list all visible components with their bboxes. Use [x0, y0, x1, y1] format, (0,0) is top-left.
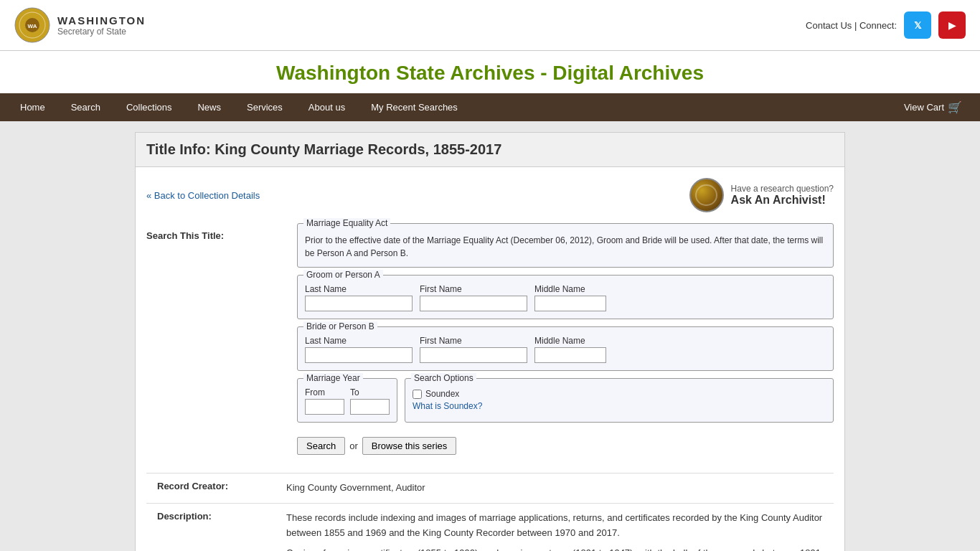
record-creator-value: King County Government, Auditor [275, 474, 834, 504]
bride-fields: Last Name First Name Middle Name [305, 336, 826, 363]
bride-first-name-input[interactable] [420, 347, 527, 363]
archivist-prompt: Have a research question? [731, 184, 834, 194]
site-title: Washington State Archives - Digital Arch… [0, 62, 980, 85]
nav-home[interactable]: Home [7, 95, 58, 120]
view-cart[interactable]: View Cart 🛒 [893, 93, 973, 121]
year-options-row: Marriage Year From To [297, 378, 834, 430]
description-label: Description: [146, 503, 275, 551]
bride-last-name-label: Last Name [305, 336, 413, 346]
search-options-legend: Search Options [411, 373, 476, 383]
year-from-input[interactable] [305, 399, 344, 415]
bride-first-name-label: First Name [420, 336, 527, 346]
groom-last-name-input[interactable] [305, 296, 413, 311]
search-button[interactable]: Search [297, 437, 345, 455]
year-to-field: To [350, 387, 390, 415]
page-title-bar: Title Info: King County Marriage Records… [135, 132, 845, 167]
groom-middle-name-field: Middle Name [534, 284, 606, 311]
cart-label: View Cart [904, 102, 944, 113]
archivist-cta: Ask An Archivist! [731, 194, 834, 207]
groom-last-name-label: Last Name [305, 284, 413, 294]
year-to-label: To [350, 387, 390, 397]
record-creator-row: Record Creator: King County Government, … [146, 474, 834, 504]
groom-middle-name-label: Middle Name [534, 284, 606, 294]
marriage-equality-legend: Marriage Equality Act [303, 218, 390, 228]
groom-last-name-field: Last Name [305, 284, 413, 311]
groom-legend: Groom or Person A [303, 270, 383, 280]
main-content: Title Info: King County Marriage Records… [135, 132, 845, 551]
cart-icon: 🛒 [948, 100, 962, 114]
top-row: « Back to Collection Details Have a rese… [146, 178, 834, 212]
info-table: Record Creator: King County Government, … [146, 473, 834, 551]
year-to-input[interactable] [350, 399, 390, 415]
marriage-equality-box: Marriage Equality Act Prior to the effec… [297, 223, 834, 268]
youtube-icon: ▶ [948, 20, 956, 31]
record-creator-label: Record Creator: [146, 474, 275, 504]
twitter-icon: 𝕏 [914, 20, 921, 31]
what-is-soundex-link[interactable]: What is Soundex? [413, 401, 826, 411]
bride-middle-name-input[interactable] [534, 347, 606, 363]
bride-last-name-field: Last Name [305, 336, 413, 363]
groom-first-name-label: First Name [420, 284, 527, 294]
bride-first-name-field: First Name [420, 336, 527, 363]
site-title-area: Washington State Archives - Digital Arch… [0, 51, 980, 93]
search-btn-row: Search or Browse this series [297, 437, 834, 455]
search-this-title-label: Search This Title: [146, 223, 286, 241]
soundex-row: Soundex [413, 389, 826, 399]
page-title: Title Info: King County Marriage Records… [146, 141, 834, 158]
description-para2: Copies of marriage certificates, (1855 t… [286, 546, 823, 551]
top-right: Contact Us | Connect: 𝕏 ▶ [806, 11, 966, 39]
logo-text: WASHINGTON Secretary of State [57, 14, 146, 37]
search-options-content: Soundex What is Soundex? [413, 389, 826, 411]
marriage-equality-notice: Prior to the effective date of the Marri… [305, 234, 826, 260]
twitter-link[interactable]: 𝕏 [904, 11, 931, 39]
groom-first-name-input[interactable] [420, 296, 527, 311]
youtube-link[interactable]: ▶ [938, 11, 966, 39]
archivist-text: Have a research question? Ask An Archivi… [731, 184, 834, 207]
navbar: Home Search Collections News Services Ab… [0, 93, 980, 121]
top-bar: WA WASHINGTON Secretary of State Contact… [0, 0, 980, 51]
groom-box: Groom or Person A Last Name First Name M… [297, 275, 834, 319]
groom-middle-name-input[interactable] [534, 296, 606, 311]
soundex-label: Soundex [425, 389, 459, 399]
browse-series-button[interactable]: Browse this series [362, 437, 456, 455]
nav-search[interactable]: Search [58, 95, 113, 120]
nav-services[interactable]: Services [234, 95, 296, 120]
marriage-year-legend: Marriage Year [303, 373, 363, 383]
wa-seal-icon: WA [14, 7, 50, 43]
nav-news[interactable]: News [184, 95, 234, 120]
nav-collections[interactable]: Collections [113, 95, 185, 120]
search-options-box: Search Options Soundex What is Soundex? [405, 378, 834, 423]
archivist-globe-icon [689, 178, 724, 212]
description-para1: These records include indexing and image… [286, 511, 823, 541]
bride-middle-name-field: Middle Name [534, 336, 606, 363]
right-col: Marriage Equality Act Prior to the effec… [297, 223, 834, 466]
two-col-layout: Search This Title: Marriage Equality Act… [146, 223, 834, 466]
left-col: Search This Title: [146, 223, 297, 466]
year-fields: From To [305, 387, 390, 415]
soundex-checkbox[interactable] [413, 390, 422, 399]
bride-middle-name-label: Middle Name [534, 336, 606, 346]
archivist-box: Have a research question? Ask An Archivi… [689, 178, 834, 212]
nav-recent-searches[interactable]: My Recent Searches [358, 95, 471, 120]
bride-box: Bride or Person B Last Name First Name M… [297, 326, 834, 371]
marriage-equality-content: Prior to the effective date of the Marri… [305, 234, 826, 260]
year-from-field: From [305, 387, 344, 415]
secretary-label: Secretary of State [57, 27, 146, 37]
contact-text: Contact Us | Connect: [806, 20, 897, 31]
groom-first-name-field: First Name [420, 284, 527, 311]
year-from-label: From [305, 387, 344, 397]
bride-legend: Bride or Person B [303, 321, 377, 331]
groom-fields: Last Name First Name Middle Name [305, 284, 826, 311]
or-text: or [349, 441, 358, 451]
back-to-collection-link[interactable]: « Back to Collection Details [146, 190, 260, 201]
marriage-year-box: Marriage Year From To [297, 378, 397, 423]
nav-about[interactable]: About us [296, 95, 358, 120]
washington-label: WASHINGTON [57, 14, 146, 27]
content-area: « Back to Collection Details Have a rese… [135, 167, 845, 551]
description-row: Description: These records include index… [146, 503, 834, 551]
bride-last-name-input[interactable] [305, 347, 413, 363]
description-value: These records include indexing and image… [275, 503, 834, 551]
logo-area: WA WASHINGTON Secretary of State [14, 7, 146, 43]
svg-text:WA: WA [28, 23, 37, 29]
